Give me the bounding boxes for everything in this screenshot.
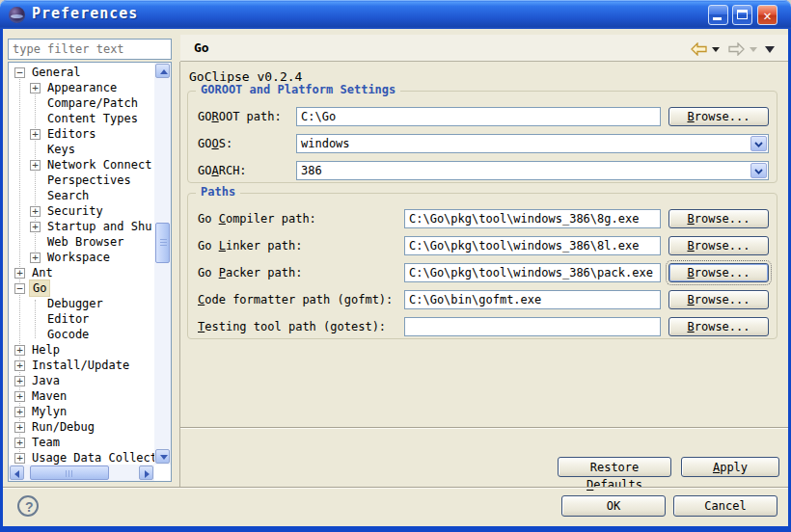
arrow-left-icon xyxy=(14,470,19,478)
tree-item-maven[interactable]: +Maven xyxy=(9,388,154,404)
go-linker-path-input[interactable]: C:\Go\pkg\tool\windows_386\8l.exe xyxy=(404,236,661,255)
browse-button-goroot-path[interactable]: Browse... xyxy=(668,107,769,126)
tree-item-java[interactable]: +Java xyxy=(9,373,154,388)
scroll-left-button[interactable] xyxy=(10,466,24,480)
expand-icon[interactable]: + xyxy=(14,268,25,279)
tree-item-startup-and-shu[interactable]: +Startup and Shu xyxy=(9,219,154,234)
tree-item-content-types[interactable]: Content Types xyxy=(9,111,154,126)
collapse-icon[interactable]: − xyxy=(14,67,25,78)
tree-item-label: Network Connect xyxy=(44,157,154,173)
scroll-right-button[interactable] xyxy=(139,466,153,480)
tree-item-security[interactable]: +Security xyxy=(9,203,154,219)
tree-item-install-update[interactable]: +Install/Update xyxy=(9,358,154,373)
collapse-icon[interactable]: − xyxy=(14,283,25,294)
browse-button-code-formatter-path-gofmt[interactable]: Browse... xyxy=(668,290,769,309)
expand-icon[interactable]: + xyxy=(14,360,25,371)
tree-item-mylyn[interactable]: +Mylyn xyxy=(9,404,154,419)
expand-icon[interactable]: + xyxy=(14,376,25,386)
filter-input[interactable] xyxy=(8,39,172,60)
go-compiler-path-input[interactable]: C:\Go\pkg\tool\windows_386\8g.exe xyxy=(404,209,661,228)
go-packer-path-input[interactable]: C:\Go\pkg\tool\windows_386\pack.exe xyxy=(404,263,661,282)
tree-item-help[interactable]: +Help xyxy=(9,342,154,358)
question-mark-icon: ? xyxy=(25,499,34,515)
tree-item-editors[interactable]: +Editors xyxy=(9,126,154,142)
goroot-path-input[interactable]: C:\Go xyxy=(296,107,661,126)
expand-icon[interactable]: + xyxy=(14,345,25,356)
browse-button-go-linker-path[interactable]: Browse... xyxy=(668,236,769,255)
preferences-window: Preferences ✕ −General+AppearanceCompare… xyxy=(0,0,791,532)
panel-divider[interactable] xyxy=(179,62,180,487)
tree-item-compare-patch[interactable]: Compare/Patch xyxy=(9,95,154,111)
expand-icon[interactable]: + xyxy=(30,222,41,232)
code-formatter-path-gofmt-input[interactable]: C:\Go\bin\gofmt.exe xyxy=(404,290,661,309)
forward-arrow-icon[interactable] xyxy=(727,42,745,56)
scroll-up-button[interactable] xyxy=(155,64,170,78)
titlebar[interactable]: Preferences ✕ xyxy=(0,0,791,29)
help-button[interactable]: ? xyxy=(17,495,39,517)
browse-button-go-compiler-path[interactable]: Browse... xyxy=(668,209,769,228)
preferences-tree: −General+AppearanceCompare/PatchContent … xyxy=(9,65,154,465)
back-arrow-icon[interactable] xyxy=(691,42,708,56)
tree-item-appearance[interactable]: +Appearance xyxy=(9,80,154,95)
tree-item-label: Run/Debug xyxy=(29,419,97,435)
expand-icon[interactable]: + xyxy=(30,206,41,217)
tree-item-network-connect[interactable]: +Network Connect xyxy=(9,157,154,173)
arrow-right-icon xyxy=(145,470,150,478)
field-label-goos: GOOS: xyxy=(198,137,232,150)
expand-icon[interactable]: + xyxy=(14,407,25,417)
tree-item-debugger[interactable]: Debugger xyxy=(9,296,154,311)
tree-item-go[interactable]: −Go xyxy=(9,280,154,296)
vertical-scroll-thumb[interactable] xyxy=(155,223,170,263)
cancel-button[interactable]: Cancel xyxy=(673,495,777,517)
combo-dropdown-icon[interactable] xyxy=(750,163,767,178)
tree-item-search[interactable]: Search xyxy=(9,188,154,203)
tree-item-web-browser[interactable]: Web Browser xyxy=(9,234,154,250)
expand-icon[interactable]: + xyxy=(30,129,41,140)
tree-item-gocode[interactable]: Gocode xyxy=(9,327,154,342)
tree-item-team[interactable]: +Team xyxy=(9,435,154,450)
tree-item-usage-data-collect[interactable]: +Usage Data Collect xyxy=(9,450,154,465)
tree-item-keys[interactable]: Keys xyxy=(9,142,154,157)
restore-defaults-button[interactable]: Restore Defaults xyxy=(558,457,671,477)
view-menu-icon[interactable] xyxy=(765,46,775,53)
tree-item-label: Editor xyxy=(44,311,92,327)
expand-icon[interactable]: + xyxy=(30,253,41,263)
field-label-testing-tool-path-gotest: Testing tool path (gotest): xyxy=(198,320,386,333)
expand-icon[interactable]: + xyxy=(14,391,25,402)
horizontal-scroll-thumb[interactable] xyxy=(30,466,109,480)
browse-button-go-packer-path[interactable]: Browse... xyxy=(668,263,769,282)
close-icon: ✕ xyxy=(758,7,777,24)
tree-item-workspace[interactable]: +Workspace xyxy=(9,250,154,265)
tree-item-label: Editors xyxy=(44,126,99,142)
close-button[interactable]: ✕ xyxy=(757,5,777,25)
page-bottom-separator xyxy=(180,427,788,429)
expand-icon[interactable]: + xyxy=(30,83,41,93)
back-history-dropdown-icon[interactable] xyxy=(712,47,720,52)
apply-button[interactable]: Apply xyxy=(681,457,779,477)
tree-item-general[interactable]: −General xyxy=(9,65,154,80)
ok-button[interactable]: OK xyxy=(561,495,666,517)
tree-horizontal-scrollbar[interactable] xyxy=(9,465,154,481)
tree-vertical-scrollbar[interactable] xyxy=(154,63,171,465)
window-frame-left xyxy=(0,29,3,532)
expand-icon[interactable]: + xyxy=(30,160,41,171)
forward-history-dropdown-icon[interactable] xyxy=(750,47,757,52)
minimize-button[interactable] xyxy=(708,5,728,25)
scroll-down-button[interactable] xyxy=(155,449,170,464)
tree-item-perspectives[interactable]: Perspectives xyxy=(9,173,154,188)
expand-icon[interactable]: + xyxy=(14,438,25,448)
maximize-button[interactable] xyxy=(732,5,752,25)
browse-button-testing-tool-path-gotest[interactable]: Browse... xyxy=(668,317,769,336)
expand-icon[interactable]: + xyxy=(14,453,25,464)
goos-combo[interactable]: windows xyxy=(296,134,769,153)
tree-item-editor[interactable]: Editor xyxy=(9,311,154,327)
expand-icon[interactable]: + xyxy=(14,422,25,433)
page-title: Go xyxy=(194,40,209,55)
tree-item-ant[interactable]: +Ant xyxy=(9,265,154,280)
testing-tool-path-gotest-input[interactable] xyxy=(404,317,661,336)
tree-item-run-debug[interactable]: +Run/Debug xyxy=(9,419,154,435)
preferences-tree-panel: −General+AppearanceCompare/PatchContent … xyxy=(8,62,172,482)
tree-item-label: Maven xyxy=(29,388,69,404)
combo-dropdown-icon[interactable] xyxy=(750,136,767,151)
goarch-combo[interactable]: 386 xyxy=(296,161,769,180)
